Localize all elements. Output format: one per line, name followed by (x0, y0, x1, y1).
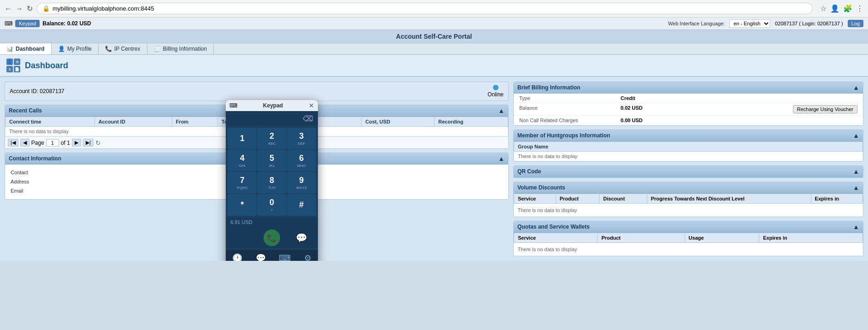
noncall-value: 0.00 USD (621, 118, 857, 123)
col-vd-discount: Discount (599, 194, 647, 204)
lock-icon: 🔒 (42, 5, 50, 12)
quotas-no-data: There is no data to display (514, 243, 863, 256)
online-dot (493, 85, 499, 90)
key-sub: MNO (297, 164, 306, 168)
col-q-usage: Usage (685, 233, 759, 243)
noncall-label: Non Call Related Charges (519, 118, 621, 123)
key-sub: GHI (239, 164, 246, 168)
key-9[interactable]: 9 WXYZ (287, 172, 316, 194)
key-0[interactable]: 0 + (257, 194, 286, 216)
online-indicator: Online (487, 85, 504, 98)
icon-gear: ⚙ (14, 59, 20, 65)
huntgroups-header: Member of Huntgroups Information ▲ (514, 130, 863, 141)
prev-page-btn[interactable]: ◀ (20, 139, 29, 147)
key-main: 2 (270, 131, 274, 141)
billing-balance-row: Balance 0.02 USD Recharge Using Voucher (514, 103, 863, 116)
key-6[interactable]: 6 MNO (287, 150, 316, 171)
recents-nav-btn[interactable]: 🕐 (232, 253, 242, 261)
first-page-btn[interactable]: |◀ (8, 139, 18, 147)
recent-calls-title: Recent Calls (9, 107, 42, 114)
key-hash[interactable]: # (287, 194, 316, 216)
col-connect-time: Connect time (6, 117, 95, 127)
tab-dashboard-label: Dashboard (16, 46, 45, 52)
refresh-btn[interactable]: ↻ (95, 139, 101, 147)
qr-code-header: QR Code ▲ (514, 166, 863, 177)
keypad-balance-value: 6.91 USD (230, 219, 252, 225)
logout-button[interactable]: Log (848, 20, 863, 27)
extensions-button[interactable]: 🧩 (843, 4, 852, 13)
col-vd-expires: Expires in (811, 194, 862, 204)
keypad-button[interactable]: Keypad (15, 20, 40, 27)
last-page-btn[interactable]: ▶| (83, 139, 94, 147)
keypad-close-btn[interactable]: ✕ (309, 102, 314, 109)
huntgroups-no-data: There is no data to display (514, 152, 863, 161)
key-5[interactable]: 5 JKL (257, 150, 286, 171)
messages-nav-btn[interactable]: 💬 (256, 253, 266, 261)
key-4[interactable]: 4 GHI (228, 150, 257, 171)
icon-file: 📄 (14, 66, 20, 72)
profile-button[interactable]: 👤 (830, 4, 839, 13)
key-sub: DEF (298, 141, 305, 146)
person-icon: 👤 (58, 46, 65, 52)
tab-billing-info[interactable]: 🧾 Billing Information (147, 43, 214, 54)
tab-dashboard[interactable]: 📊 Dashboard (0, 43, 52, 54)
volume-discounts-collapse-btn[interactable]: ▲ (853, 184, 859, 191)
language-select[interactable]: en - English (729, 19, 770, 28)
keypad-window-title: Keypad (263, 102, 283, 109)
keypad-actions: 📞 💬 (226, 227, 318, 249)
phone-icon: 📞 (105, 46, 112, 52)
icon-person: 👤 (6, 59, 13, 65)
user-info: 02087137 ( Login: 02087137 ) (775, 21, 843, 26)
table-row: There is no data to display (514, 243, 863, 256)
key-sub: JKL (269, 164, 275, 168)
recent-calls-collapse-btn[interactable]: ▲ (498, 107, 504, 114)
brief-billing-panel: Brief Billing Information ▲ Type Credit … (513, 82, 863, 126)
col-group-name: Group Name (514, 142, 863, 152)
key-8[interactable]: 8 TUV (257, 172, 286, 194)
quotas-collapse-btn[interactable]: ▲ (853, 223, 859, 230)
browser-chrome: ← → ↻ 🔒 mybilling.virtualglobalphone.com… (0, 0, 868, 18)
dialpad-nav-btn[interactable]: ⌨ (279, 253, 291, 261)
balance-value: 0.02 USD (67, 20, 91, 27)
content-area: Account ID: 02087137 Online Recent Calls… (0, 77, 868, 261)
back-button[interactable]: ← (5, 5, 12, 13)
key-sub: TUV (268, 186, 276, 190)
contact-info-collapse-btn[interactable]: ▲ (498, 155, 504, 162)
col-from: From (172, 117, 217, 127)
quotas-title: Quotas and Service Wallets (517, 224, 590, 230)
tab-my-profile[interactable]: 👤 My Profile (52, 43, 99, 54)
billing-type-row: Type Credit (514, 94, 863, 103)
key-7[interactable]: 7 PQRS (228, 172, 257, 194)
page-input[interactable] (46, 139, 59, 147)
key-sub: + (271, 208, 273, 212)
qr-code-collapse-btn[interactable]: ▲ (853, 168, 859, 175)
next-page-btn[interactable]: ▶ (72, 139, 81, 147)
settings-nav-btn[interactable]: ⚙ (304, 253, 311, 261)
type-label: Type (519, 95, 621, 101)
reload-button[interactable]: ↻ (27, 4, 33, 13)
key-3[interactable]: 3 DEF (287, 128, 316, 149)
key-1[interactable]: 1 (228, 128, 257, 149)
tab-ip-centrex[interactable]: 📞 IP Centrex (99, 43, 147, 54)
forward-button[interactable]: → (16, 5, 23, 13)
call-button[interactable]: 📞 (264, 230, 280, 246)
tab-profile-label: My Profile (67, 46, 92, 52)
key-star[interactable]: * (228, 194, 257, 216)
star-button[interactable]: ☆ (820, 4, 827, 13)
brief-billing-header: Brief Billing Information ▲ (514, 82, 863, 94)
address-bar[interactable]: 🔒 mybilling.virtualglobalphone.com:8445 (36, 3, 813, 14)
huntgroups-panel: Member of Huntgroups Information ▲ Group… (513, 130, 863, 162)
brief-billing-collapse-btn[interactable]: ▲ (853, 84, 859, 91)
huntgroups-collapse-btn[interactable]: ▲ (853, 132, 859, 139)
url-text: mybilling.virtualglobalphone.com:8445 (53, 5, 154, 12)
huntgroups-table: Group Name There is no data to display (514, 141, 863, 161)
account-id-bar: Account ID: 02087137 Online (5, 82, 509, 101)
menu-button[interactable]: ⋮ (856, 4, 863, 13)
keypad-icon: ⌨ (5, 20, 12, 27)
balance-row-label: Balance (519, 105, 621, 113)
key-2[interactable]: 2 ABC (257, 128, 286, 149)
sms-button[interactable]: 💬 (293, 230, 310, 246)
recharge-btn[interactable]: Recharge Using Voucher (793, 105, 857, 113)
table-row: There is no data to display (514, 152, 863, 161)
backspace-btn[interactable]: ⌫ (303, 114, 313, 123)
